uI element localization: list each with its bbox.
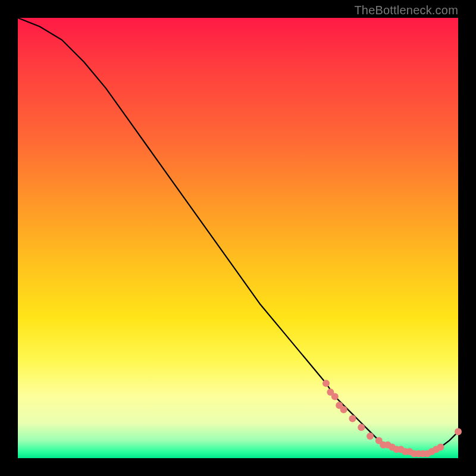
marker-point bbox=[437, 444, 444, 451]
marker-point bbox=[331, 393, 339, 400]
marker-point bbox=[322, 380, 330, 387]
watermark-text: TheBottleneck.com bbox=[354, 4, 458, 17]
chart-plot-area bbox=[18, 18, 458, 458]
marker-point bbox=[358, 424, 365, 431]
marker-point bbox=[349, 415, 356, 422]
chart-svg bbox=[18, 18, 458, 458]
chart-frame: TheBottleneck.com bbox=[0, 0, 476, 476]
curve-markers bbox=[322, 380, 462, 457]
marker-point bbox=[340, 406, 347, 414]
marker-point bbox=[455, 428, 462, 436]
marker-point bbox=[367, 433, 374, 440]
bottleneck-curve bbox=[18, 18, 458, 454]
